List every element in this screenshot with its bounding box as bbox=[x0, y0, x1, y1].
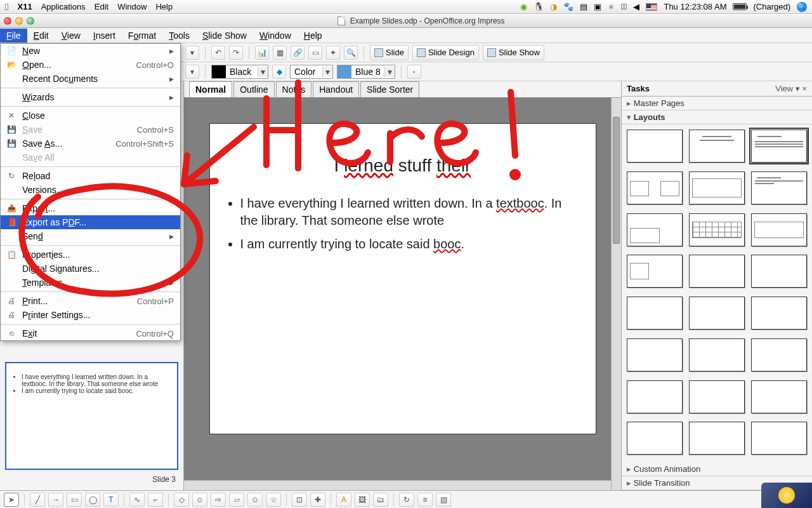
tab-outline[interactable]: Outline bbox=[233, 81, 274, 97]
zoom-button[interactable]: 🔍 bbox=[344, 46, 358, 60]
section-custom-animation[interactable]: Custom Animation bbox=[622, 462, 812, 476]
vertical-scrollbar[interactable] bbox=[611, 98, 621, 490]
arrow-tool[interactable]: → bbox=[48, 493, 63, 507]
status-icon[interactable]: ◑ bbox=[550, 2, 557, 11]
volume-icon[interactable]: ◀ bbox=[633, 2, 639, 11]
menu-send[interactable]: Send▸ bbox=[1, 229, 180, 243]
menu-wizards[interactable]: Wizards▸ bbox=[1, 90, 180, 104]
close-window-button[interactable] bbox=[4, 17, 11, 25]
layout-item[interactable] bbox=[689, 255, 745, 288]
slide-bullet[interactable]: I have everything I learned written down… bbox=[240, 195, 578, 229]
mac-menu-edit[interactable]: Edit bbox=[95, 2, 108, 11]
line-tool[interactable]: ╱ bbox=[30, 493, 45, 507]
menu-save[interactable]: 💾SaveControl+S bbox=[1, 123, 180, 137]
layout-item[interactable] bbox=[689, 422, 745, 455]
mac-menu-applications[interactable]: Applications bbox=[41, 2, 86, 11]
menu-printer-settings[interactable]: 🖨Printer Settings... bbox=[1, 308, 180, 322]
layout-item[interactable] bbox=[627, 422, 683, 455]
connector-tool[interactable]: ⌐ bbox=[148, 493, 163, 507]
layout-item[interactable] bbox=[627, 255, 683, 288]
tab-normal[interactable]: Normal bbox=[189, 81, 232, 97]
layout-item[interactable] bbox=[627, 297, 683, 330]
apple-logo-icon[interactable]:  bbox=[5, 1, 8, 12]
status-icon[interactable]: ▤ bbox=[580, 2, 587, 11]
select-tool[interactable]: ➤ bbox=[4, 493, 19, 507]
tasks-view-menu[interactable]: View ▾ × bbox=[775, 84, 807, 93]
menu-reload[interactable]: ↻Reload bbox=[1, 169, 180, 183]
slide-thumbnail[interactable]: I have everything I learned written down… bbox=[5, 362, 178, 470]
layout-item[interactable] bbox=[689, 297, 745, 330]
toolbar-button[interactable]: ▾ bbox=[185, 65, 199, 79]
layout-item[interactable] bbox=[627, 213, 683, 246]
menu-export[interactable]: 📤Export... bbox=[1, 201, 180, 215]
status-icon[interactable]: ▣ bbox=[594, 2, 601, 11]
layout-item[interactable] bbox=[627, 130, 683, 163]
section-master-pages[interactable]: Master Pages bbox=[622, 97, 812, 110]
rectangle-tool[interactable]: ▭ bbox=[67, 493, 82, 507]
navigator-button[interactable]: ✦ bbox=[326, 46, 340, 60]
menu-insert[interactable]: Insert bbox=[87, 29, 122, 43]
menu-save-all[interactable]: Save All bbox=[1, 150, 180, 164]
tab-handout[interactable]: Handout bbox=[313, 81, 359, 97]
chart-button[interactable]: 📊 bbox=[255, 46, 269, 60]
menu-view[interactable]: View bbox=[55, 29, 87, 43]
layout-item[interactable] bbox=[627, 380, 683, 413]
dock-weather-icon[interactable] bbox=[761, 483, 812, 508]
slide-title[interactable]: I lerned stuff their bbox=[228, 156, 578, 176]
layout-item[interactable] bbox=[751, 213, 807, 246]
layout-item[interactable] bbox=[751, 338, 807, 371]
block-arrows-tool[interactable]: ⇨ bbox=[211, 493, 226, 507]
layout-item[interactable] bbox=[689, 130, 745, 163]
slide-canvas[interactable]: I lerned stuff their I have everything I… bbox=[209, 123, 596, 434]
fill-mode-combo[interactable]: Color ▾ bbox=[290, 65, 333, 79]
menu-exit[interactable]: ⎋ExitControl+Q bbox=[1, 326, 180, 340]
tab-slide-sorter[interactable]: Slide Sorter bbox=[360, 81, 419, 97]
align-tool[interactable]: ≡ bbox=[417, 493, 433, 507]
menu-tools[interactable]: Tools bbox=[162, 29, 196, 43]
menu-export-pdf[interactable]: 📕Export as PDF... bbox=[1, 215, 180, 229]
layout-item[interactable] bbox=[751, 130, 807, 163]
table-button[interactable]: ▦ bbox=[273, 46, 287, 60]
ellipse-tool[interactable]: ◯ bbox=[85, 493, 100, 507]
status-icon[interactable]: ◉ bbox=[520, 2, 527, 11]
fill-button[interactable]: ◆ bbox=[272, 65, 286, 79]
clock[interactable]: Thu 12:23:08 AM bbox=[664, 2, 726, 11]
menu-file[interactable]: File bbox=[0, 29, 27, 43]
slide-show-button[interactable]: Slide Show bbox=[483, 45, 544, 60]
toolbar-button[interactable]: ▾ bbox=[185, 46, 199, 60]
bluetooth-icon[interactable]: ∗ bbox=[608, 2, 615, 11]
menu-slideshow[interactable]: Slide Show bbox=[196, 29, 253, 43]
slide-button[interactable]: Slide bbox=[370, 45, 409, 60]
menu-digital-signatures[interactable]: Digital Signatures... bbox=[1, 262, 180, 276]
menu-window[interactable]: Window bbox=[253, 29, 298, 43]
tab-notes[interactable]: Notes bbox=[276, 81, 312, 97]
menu-versions[interactable]: Versions... bbox=[1, 183, 180, 197]
minimize-window-button[interactable] bbox=[15, 17, 23, 25]
status-icon[interactable]: 🐾 bbox=[563, 2, 573, 11]
layout-item[interactable] bbox=[627, 171, 683, 204]
callout-tool[interactable]: ✩ bbox=[247, 493, 263, 507]
wifi-icon[interactable]: ◉᷁ bbox=[621, 2, 627, 11]
menu-open[interactable]: 📂Open...Control+O bbox=[1, 58, 180, 72]
layout-item[interactable] bbox=[751, 380, 807, 413]
rotate-tool[interactable]: ↻ bbox=[399, 493, 414, 507]
layout-item[interactable] bbox=[689, 338, 745, 371]
toolbar-button[interactable]: ▭ bbox=[308, 46, 322, 60]
redo-button[interactable]: ↷ bbox=[229, 46, 243, 60]
glue-tool[interactable]: ✚ bbox=[310, 493, 325, 507]
spotlight-icon[interactable]: 🔍 bbox=[797, 2, 807, 12]
slide-design-button[interactable]: Slide Design bbox=[412, 45, 479, 60]
battery-icon[interactable] bbox=[733, 3, 747, 10]
toolbar-button[interactable]: ▫ bbox=[407, 65, 421, 79]
stars-tool[interactable]: ☆ bbox=[266, 493, 281, 507]
canvas-area[interactable]: I lerned stuff their I have everything I… bbox=[184, 98, 621, 490]
hyperlink-button[interactable]: 🔗 bbox=[291, 46, 304, 60]
slide-body[interactable]: I have everything I learned written down… bbox=[228, 195, 578, 253]
layout-item[interactable] bbox=[689, 213, 745, 246]
menu-properties[interactable]: 📋Properties... bbox=[1, 248, 180, 262]
from-file-tool[interactable]: 🖼 bbox=[355, 493, 370, 507]
line-color-combo[interactable]: Black ▾ bbox=[211, 65, 268, 79]
curve-tool[interactable]: ∿ bbox=[129, 493, 145, 507]
menu-recent[interactable]: Recent Documents▸ bbox=[1, 72, 180, 86]
mac-menu-window[interactable]: Window bbox=[117, 2, 147, 11]
